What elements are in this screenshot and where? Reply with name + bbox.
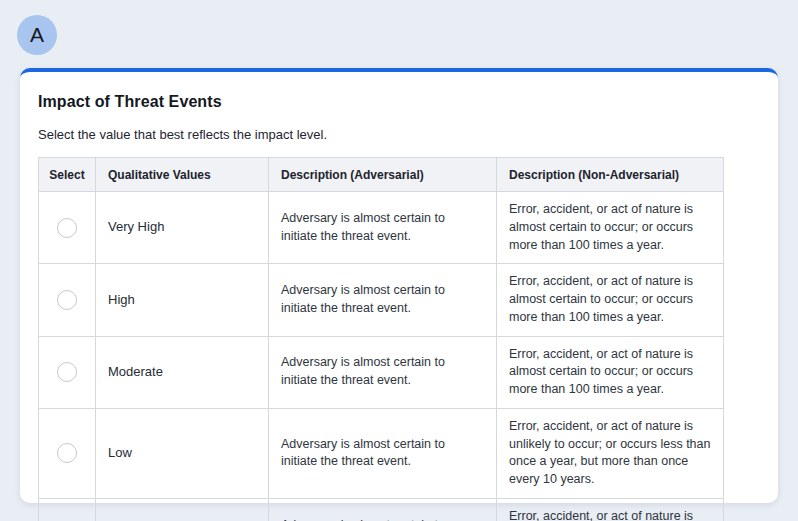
- description-adversarial-cell: Adversary is almost certain to initiate …: [269, 336, 497, 408]
- table-row: Very High Adversary is almost certain to…: [39, 192, 724, 264]
- select-cell: [39, 264, 96, 336]
- qualitative-value-cell: Moderate: [96, 336, 269, 408]
- impact-radio-button[interactable]: [57, 443, 77, 463]
- column-header-description-non-adversarial: Description (Non-Adversarial): [497, 158, 724, 192]
- description-non-adversarial-cell: Error, accident, or act of nature is unl…: [497, 408, 724, 498]
- select-cell: [39, 192, 96, 264]
- step-badge-label: A: [30, 23, 44, 47]
- impact-table: Select Qualitative Values Description (A…: [38, 157, 724, 521]
- description-adversarial-cell: Adversary is almost certain to initiate …: [269, 192, 497, 264]
- step-badge: A: [17, 15, 57, 55]
- description-non-adversarial-cell: Error, accident, or act of nature is alm…: [497, 264, 724, 336]
- column-header-qualitative-values: Qualitative Values: [96, 158, 269, 192]
- qualitative-value-cell: Low: [96, 408, 269, 498]
- select-cell: [39, 336, 96, 408]
- impact-radio-button[interactable]: [57, 218, 77, 238]
- qualitative-value-cell: Very Low: [96, 498, 269, 521]
- impact-radio-button[interactable]: [57, 290, 77, 310]
- description-adversarial-cell: Adversary is almost certain to initiate …: [269, 498, 497, 521]
- column-header-select: Select: [39, 158, 96, 192]
- table-header-row: Select Qualitative Values Description (A…: [39, 158, 724, 192]
- page-subtitle: Select the value that best reflects the …: [38, 127, 760, 142]
- description-non-adversarial-cell: Error, accident, or act of nature is alm…: [497, 192, 724, 264]
- description-non-adversarial-cell: Error, accident, or act of nature is alm…: [497, 336, 724, 408]
- select-cell: [39, 408, 96, 498]
- description-adversarial-cell: Adversary is almost certain to initiate …: [269, 408, 497, 498]
- description-non-adversarial-cell: Error, accident, or act of nature is hig…: [497, 498, 724, 521]
- qualitative-value-cell: High: [96, 264, 269, 336]
- description-adversarial-cell: Adversary is almost certain to initiate …: [269, 264, 497, 336]
- table-row: Very Low Adversary is almost certain to …: [39, 498, 724, 521]
- table-row: High Adversary is almost certain to init…: [39, 264, 724, 336]
- impact-radio-button[interactable]: [57, 362, 77, 382]
- qualitative-value-cell: Very High: [96, 192, 269, 264]
- table-row: Low Adversary is almost certain to initi…: [39, 408, 724, 498]
- select-cell: [39, 498, 96, 521]
- page-title: Impact of Threat Events: [38, 93, 760, 111]
- impact-card: Impact of Threat Events Select the value…: [20, 68, 778, 503]
- page: A Impact of Threat Events Select the val…: [0, 0, 798, 521]
- column-header-description-adversarial: Description (Adversarial): [269, 158, 497, 192]
- table-row: Moderate Adversary is almost certain to …: [39, 336, 724, 408]
